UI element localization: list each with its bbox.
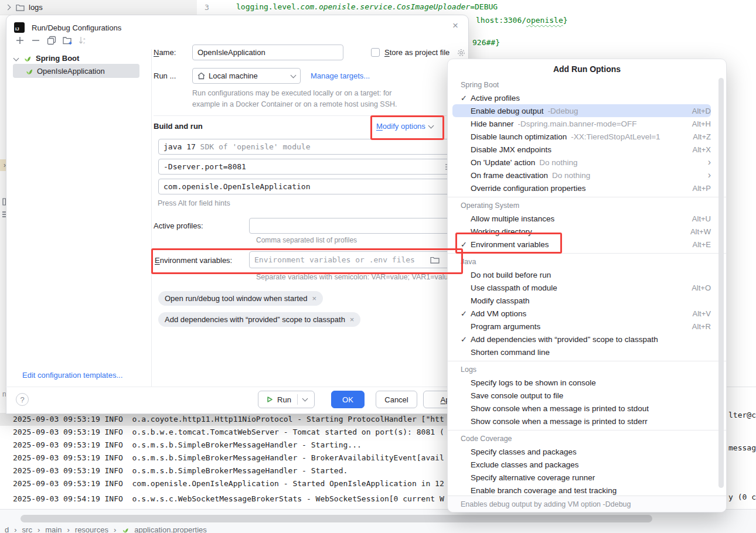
project-tree-item-logs[interactable]: logs	[29, 3, 43, 12]
popup-title: Add Run Options	[448, 59, 726, 78]
main-class-input[interactable]: com.openisle.OpenIsleApplication	[158, 179, 463, 194]
breadcrumb-item-d[interactable]: d	[5, 525, 9, 533]
name-input[interactable]: OpenIsleApplication	[192, 45, 343, 60]
jdk-select[interactable]: java 17 SDK of 'openisle' module	[158, 139, 463, 155]
horizontal-scrollbar[interactable]	[21, 515, 652, 522]
menu-item-allow-multiple-instances[interactable]: Allow multiple instancesAlt+U	[452, 212, 711, 225]
menu-item-show-console-when-a-message-is-printed-to-stdout[interactable]: Show console when a message is printed t…	[452, 402, 711, 415]
menu-item-on-update-action[interactable]: On 'Update' actionDo nothing›	[452, 156, 711, 169]
spring-boot-run-icon	[25, 67, 33, 76]
chip-remove-icon[interactable]: ×	[312, 294, 317, 303]
menu-item-shortcut: Alt+X	[693, 145, 711, 154]
gear-icon[interactable]	[457, 48, 466, 58]
menu-item-enable-debug-output[interactable]: Enable debug output-DdebugAlt+D	[452, 104, 711, 117]
popup-section-divider	[448, 361, 726, 361]
cancel-button[interactable]: Cancel	[376, 391, 417, 408]
run-on-help-line2: example in a Docker Container or on a re…	[192, 100, 397, 108]
popup-scrollbar[interactable]	[718, 78, 724, 488]
sort-configurations-button[interactable]: az	[79, 36, 88, 45]
menu-item-shortcut: Alt+D	[692, 107, 711, 115]
project-panel-top: logs	[0, 0, 197, 15]
menu-item-disable-launch-optimization[interactable]: Disable launch optimization-XX:TieredSto…	[452, 130, 711, 143]
menu-item-working-directory[interactable]: Working directoryAlt+W	[452, 225, 711, 238]
menu-item-enable-branch-coverage-and-test-tracking[interactable]: Enable branch coverage and test tracking	[452, 484, 711, 496]
menu-item-environment-variables[interactable]: ✓Environment variablesAlt+E	[452, 238, 711, 251]
menu-item-specify-alternative-coverage-runner[interactable]: Specify alternative coverage runner	[452, 471, 711, 484]
store-as-project-file-checkbox[interactable]	[371, 48, 380, 57]
menu-item-save-console-output-to-file[interactable]: Save console output to file	[452, 389, 711, 402]
add-configuration-button[interactable]	[15, 36, 25, 45]
tree-chevron-icon[interactable]	[5, 5, 11, 11]
folder-icon	[16, 4, 25, 11]
ok-button[interactable]: OK	[331, 391, 365, 408]
console-line: 2025-09-03 09:53:19 INFO o.s.m.s.b.Simpl…	[13, 464, 348, 477]
menu-item-override-configuration-properties[interactable]: Override configuration propertiesAlt+P	[452, 182, 711, 194]
new-folder-button[interactable]	[63, 36, 72, 45]
active-profiles-hint: Comma separated list of profiles	[256, 236, 357, 244]
menu-item-label: Disable JMX endpoints	[471, 145, 551, 154]
menu-item-add-vm-options[interactable]: ✓Add VM optionsAlt+V	[452, 307, 711, 320]
copy-configuration-button[interactable]	[47, 36, 56, 45]
menu-item-label: Shorten command line	[471, 348, 550, 357]
vm-options-input[interactable]: -Dserver.port=8081	[158, 159, 463, 175]
menu-item-modify-classpath[interactable]: Modify classpath	[452, 294, 711, 307]
breadcrumb-item-src[interactable]: src	[22, 525, 32, 533]
menu-item-label: Do not build before run	[471, 271, 551, 279]
editor-fragment-jdbc: lhost:3306/openisle}	[476, 16, 568, 25]
menu-item-program-arguments[interactable]: Program argumentsAlt+R	[452, 320, 711, 333]
menu-item-shorten-command-line[interactable]: Shorten command line	[452, 346, 711, 358]
menu-item-exclude-classes-and-packages[interactable]: Exclude classes and packages	[452, 458, 711, 471]
modify-options-link[interactable]: Modify options	[376, 122, 433, 131]
menu-item-label: Active profiles	[471, 94, 520, 102]
menu-item-specify-classes-and-packages[interactable]: Specify classes and packages	[452, 445, 711, 458]
popup-section-divider	[448, 253, 726, 254]
menu-item-active-profiles[interactable]: ✓Active profiles	[452, 91, 711, 104]
editor-code-line: logging.level.com.openisle.service.CosIm…	[236, 2, 498, 11]
menu-item-add-dependencies-with-provided-scope-to-classpath[interactable]: ✓Add dependencies with “provided” scope …	[452, 333, 711, 346]
chip-remove-icon[interactable]: ×	[350, 315, 355, 324]
tree-item-openisleapplication[interactable]: OpenIsleApplication	[25, 64, 105, 77]
console-fragment-3: y (0 co	[728, 493, 756, 501]
menu-item-label: Show console when a message is printed t…	[471, 404, 649, 413]
menu-item-use-classpath-of-module[interactable]: Use classpath of moduleAlt+O	[452, 281, 711, 294]
active-profiles-input[interactable]	[249, 218, 460, 234]
menu-item-label: Environment variables	[471, 240, 549, 249]
menu-item-do-not-build-before-run[interactable]: Do not build before run	[452, 268, 711, 281]
menu-item-on-frame-deactivation[interactable]: On frame deactivationDo nothing›	[452, 169, 711, 182]
environment-variables-input[interactable]: Environment variables or .env files	[249, 251, 460, 268]
chevron-down-icon	[291, 72, 297, 78]
add-run-options-popup: Add Run Options Spring Boot✓Active profi…	[447, 59, 727, 512]
menu-item-label: Program arguments	[471, 322, 540, 331]
breadcrumb-item-main[interactable]: main	[45, 525, 62, 533]
menu-item-disable-jmx-endpoints[interactable]: Disable JMX endpointsAlt+X	[452, 143, 711, 156]
menu-item-hide-banner[interactable]: Hide banner-Dspring.main.banner-mode=OFF…	[452, 117, 711, 130]
remove-configuration-button[interactable]	[31, 36, 40, 45]
spring-file-icon	[121, 526, 129, 533]
popup-section-code-coverage: Code Coverage	[448, 432, 726, 445]
tree-group-spring-boot[interactable]: Spring Boot	[14, 52, 79, 64]
chip-add-dependencies[interactable]: Add dependencies with “provided” scope t…	[158, 312, 360, 327]
breadcrumb-item-resources[interactable]: resources	[75, 525, 108, 533]
environment-variables-label: Environment variables:	[155, 256, 232, 265]
build-and-run-header: Build and run	[154, 122, 203, 131]
browse-folder-icon[interactable]	[430, 256, 440, 264]
breadcrumb[interactable]: d›src›main›resources›application.propert…	[5, 525, 207, 533]
popup-section-java: Java	[448, 255, 726, 268]
menu-item-show-console-when-a-message-is-printed-to-stderr[interactable]: Show console when a message is printed t…	[452, 415, 711, 428]
help-button[interactable]: ?	[16, 393, 29, 406]
menu-item-label: Show console when a message is printed t…	[471, 417, 648, 426]
chip-open-tool-window[interactable]: Open run/debug tool window when started×	[158, 291, 323, 306]
run-button[interactable]: Run	[258, 391, 315, 408]
manage-targets-link[interactable]: Manage targets...	[311, 71, 370, 80]
menu-item-shortcut: Alt+P	[693, 184, 711, 193]
close-icon[interactable]: ×	[452, 20, 458, 32]
run-on-select[interactable]: Local machine	[192, 68, 301, 84]
run-options-dropdown[interactable]	[298, 395, 312, 404]
menu-item-specify-logs-to-be-shown-in-console[interactable]: Specify logs to be shown in console	[452, 376, 711, 389]
menu-item-label: Modify classpath	[471, 296, 530, 305]
edit-templates-link[interactable]: Edit configuration templates...	[22, 371, 122, 380]
chevron-down-icon[interactable]	[13, 55, 19, 61]
menu-item-label: Enable debug output	[471, 107, 544, 115]
breadcrumb-item-application-properties[interactable]: application.properties	[134, 525, 207, 533]
popup-section-divider	[448, 197, 726, 197]
